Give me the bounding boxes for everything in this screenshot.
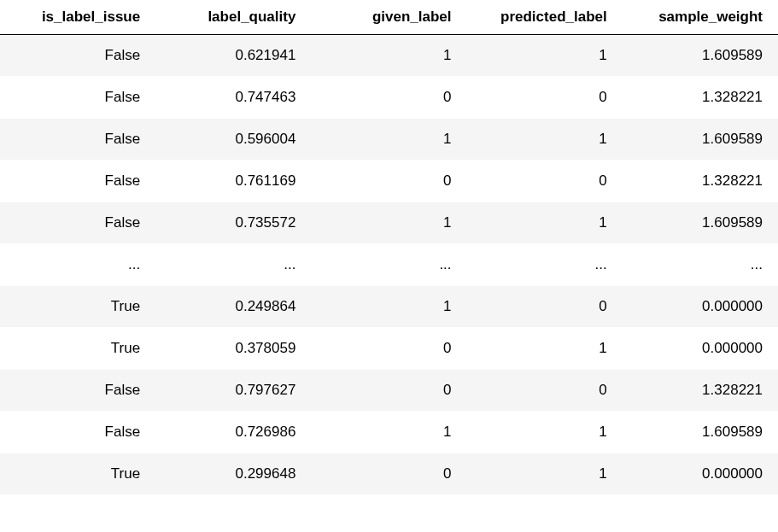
cell: 1 <box>467 119 623 161</box>
cell: 1.328221 <box>623 161 778 202</box>
cell: 0.797627 <box>155 370 311 412</box>
cell: 1.609589 <box>623 35 778 77</box>
cell: 0.000000 <box>623 328 778 370</box>
cell: 1 <box>311 35 466 77</box>
cell: 0.735572 <box>155 202 311 244</box>
cell: 0.747463 <box>155 77 311 119</box>
cell: True <box>0 453 155 495</box>
cell: 1 <box>467 35 623 77</box>
col-header-label-quality: label_quality <box>155 0 311 35</box>
cell: 0 <box>311 328 466 370</box>
table-row: True 0.299648 0 1 0.000000 <box>0 453 778 495</box>
cell: 0.299648 <box>155 453 311 495</box>
data-table: is_label_issue label_quality given_label… <box>0 0 778 495</box>
cell: True <box>0 286 155 328</box>
cell: 1.609589 <box>623 412 778 453</box>
cell: 0 <box>311 453 466 495</box>
table-row: True 0.378059 0 1 0.000000 <box>0 328 778 370</box>
cell: 0.726986 <box>155 412 311 453</box>
cell: False <box>0 35 155 77</box>
cell: 1.609589 <box>623 119 778 161</box>
cell: 0.596004 <box>155 119 311 161</box>
cell: False <box>0 412 155 453</box>
cell: 0.621941 <box>155 35 311 77</box>
table-row: False 0.747463 0 0 1.328221 <box>0 77 778 119</box>
cell: 0.000000 <box>623 453 778 495</box>
cell: 1.328221 <box>623 370 778 412</box>
cell: ... <box>155 244 311 286</box>
cell: False <box>0 161 155 202</box>
header-row: is_label_issue label_quality given_label… <box>0 0 778 35</box>
cell: False <box>0 119 155 161</box>
cell: 1 <box>467 202 623 244</box>
cell: 0 <box>467 286 623 328</box>
table-row: False 0.735572 1 1 1.609589 <box>0 202 778 244</box>
cell: 0 <box>467 370 623 412</box>
cell: ... <box>623 244 778 286</box>
cell: 1 <box>467 328 623 370</box>
col-header-is-label-issue: is_label_issue <box>0 0 155 35</box>
cell: 0 <box>311 161 466 202</box>
cell: 0.249864 <box>155 286 311 328</box>
col-header-sample-weight: sample_weight <box>623 0 778 35</box>
col-header-given-label: given_label <box>311 0 466 35</box>
cell: 1.609589 <box>623 202 778 244</box>
cell: 0 <box>311 370 466 412</box>
cell: ... <box>0 244 155 286</box>
table-row: False 0.797627 0 0 1.328221 <box>0 370 778 412</box>
cell: 0.761169 <box>155 161 311 202</box>
col-header-predicted-label: predicted_label <box>467 0 623 35</box>
cell: 1 <box>311 119 466 161</box>
cell: False <box>0 202 155 244</box>
cell: 0.378059 <box>155 328 311 370</box>
ellipsis-row: ... ... ... ... ... <box>0 244 778 286</box>
cell: ... <box>467 244 623 286</box>
table-row: True 0.249864 1 0 0.000000 <box>0 286 778 328</box>
table-row: False 0.621941 1 1 1.609589 <box>0 35 778 77</box>
cell: False <box>0 370 155 412</box>
table-row: False 0.726986 1 1 1.609589 <box>0 412 778 453</box>
table-row: False 0.761169 0 0 1.328221 <box>0 161 778 202</box>
table-body: False 0.621941 1 1 1.609589 False 0.7474… <box>0 35 778 495</box>
cell: 1 <box>311 202 466 244</box>
cell: 1 <box>311 286 466 328</box>
cell: 0.000000 <box>623 286 778 328</box>
cell: 1 <box>311 412 466 453</box>
cell: False <box>0 77 155 119</box>
cell: 0 <box>467 77 623 119</box>
cell: 0 <box>311 77 466 119</box>
cell: 1 <box>467 453 623 495</box>
table-row: False 0.596004 1 1 1.609589 <box>0 119 778 161</box>
cell: 1 <box>467 412 623 453</box>
cell: ... <box>311 244 466 286</box>
cell: 1.328221 <box>623 77 778 119</box>
table-header: is_label_issue label_quality given_label… <box>0 0 778 35</box>
cell: True <box>0 328 155 370</box>
cell: 0 <box>467 161 623 202</box>
